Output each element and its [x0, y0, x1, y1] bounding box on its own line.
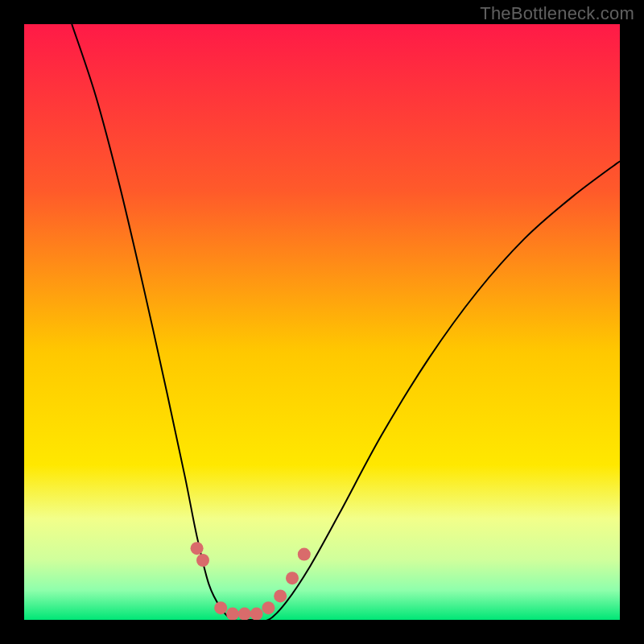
curve-marker [298, 548, 311, 561]
curve-marker [250, 608, 263, 620]
plot-svg [24, 24, 620, 620]
curve-marker [238, 608, 251, 620]
plot-area [24, 24, 620, 620]
curve-marker [262, 601, 275, 614]
curve-marker [196, 554, 209, 567]
watermark-text: TheBottleneck.com [480, 3, 634, 24]
curve-marker [191, 542, 204, 555]
curve-marker [214, 601, 227, 614]
curve-marker [274, 589, 287, 602]
curve-marker [286, 572, 299, 584]
curve-marker [226, 608, 239, 620]
gradient-background [24, 24, 620, 620]
chart-frame: TheBottleneck.com [0, 0, 644, 644]
